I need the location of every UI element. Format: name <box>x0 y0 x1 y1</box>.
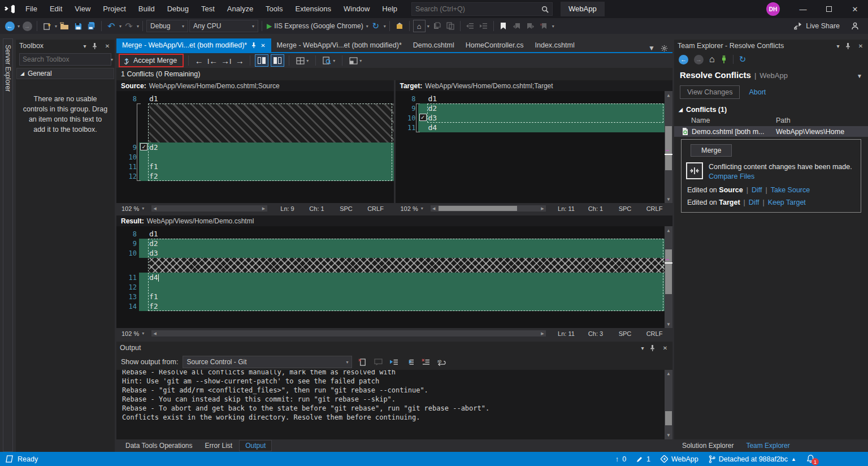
incoming-commits-indicator[interactable]: ↑ 0 <box>615 455 626 463</box>
collapse-triangle-icon[interactable]: ◢ <box>679 107 683 113</box>
scroll-down-icon[interactable]: ▼ <box>667 432 670 439</box>
menu-analyze[interactable]: Analyze <box>221 0 259 18</box>
take-source-link[interactable]: Take Source <box>771 186 810 194</box>
source-code-area[interactable]: 8d1 9d2 10 11f1 12f2 ✓ <box>116 91 394 203</box>
restore-button[interactable] <box>816 0 842 18</box>
redo-icon[interactable]: ↷ <box>123 20 135 32</box>
previous-bookmark-icon[interactable] <box>511 20 523 32</box>
message-icon[interactable] <box>372 356 384 368</box>
menu-tools[interactable]: Tools <box>259 0 289 18</box>
menu-project[interactable]: Project <box>97 0 132 18</box>
vertical-scrollbar[interactable]: ▲ ▼ <box>665 91 672 203</box>
navigate-back-icon[interactable]: ← <box>3 20 16 32</box>
repository-indicator[interactable]: WebApp <box>661 455 698 463</box>
home-icon[interactable]: ⌂ <box>709 54 715 64</box>
navigate-forward-icon[interactable]: → <box>21 20 33 32</box>
quick-search-input[interactable] <box>415 5 541 13</box>
background-tasks-icon[interactable] <box>6 455 13 463</box>
refresh-icon[interactable]: ↻ <box>370 20 382 32</box>
open-file-icon[interactable] <box>58 20 71 32</box>
view-changes-button[interactable]: View Changes <box>680 85 740 99</box>
conflict-row-demo-cshtml[interactable]: Demo.cshtml [both m... WebApp\Views\Home <box>674 126 868 137</box>
output-source-dropdown[interactable]: Source Control - Git▾ <box>183 356 352 368</box>
target-code-area[interactable]: 8d1 9d2 10d3 11d4 ✓ ▲ <box>396 91 673 203</box>
last-difference-icon[interactable]: →I <box>220 56 232 66</box>
close-icon[interactable]: ✕ <box>857 43 865 49</box>
chevron-down-icon[interactable]: ▼ <box>857 73 862 79</box>
notifications-indicator[interactable]: 1 <box>806 455 815 463</box>
horizontal-scrollbar[interactable]: ◀▶ <box>151 205 267 212</box>
result-code-area[interactable]: 8d1 9d2 10d3 11d4 12 13f1 14f2 ▲ <box>116 226 672 328</box>
take-source-checkbox[interactable]: ✓ <box>140 143 147 150</box>
spaces-indicator[interactable]: SPC <box>610 330 640 337</box>
clear-all-icon[interactable] <box>420 356 431 368</box>
compare-options-icon[interactable]: ▾ <box>320 55 337 66</box>
save-icon[interactable] <box>72 20 84 32</box>
user-avatar[interactable]: DH <box>766 2 780 16</box>
spaces-indicator[interactable]: SPC <box>332 205 361 212</box>
menu-window[interactable]: Window <box>337 0 376 18</box>
start-debug-icon[interactable]: ▶ <box>267 22 272 30</box>
toolbox-general-section[interactable]: ◢ General <box>16 68 114 79</box>
tab-error-list[interactable]: Error List <box>199 441 238 451</box>
scroll-up-icon[interactable]: ▲ <box>667 91 670 99</box>
tab-data-tools-operations[interactable]: Data Tools Operations <box>120 441 198 451</box>
quick-search[interactable] <box>411 2 553 16</box>
vertical-scrollbar[interactable]: ▲ ▼ <box>665 226 672 328</box>
feedback-icon[interactable] <box>851 22 859 30</box>
diff-target-link[interactable]: Diff <box>749 199 760 206</box>
line-ending-indicator[interactable]: CRLF <box>361 205 390 212</box>
tab-homecontroller-cs[interactable]: HomeController.cs <box>460 38 530 52</box>
chevron-down-icon[interactable]: ▾ <box>639 345 646 351</box>
zoom-dropdown[interactable]: 102 %▾ <box>120 330 146 337</box>
scroll-down-icon[interactable]: ▼ <box>667 320 670 328</box>
toolbox-search[interactable]: ▾ <box>19 53 111 66</box>
tab-solution-explorer[interactable]: Solution Explorer <box>676 441 739 451</box>
undo-icon[interactable]: ↶ <box>105 20 118 32</box>
pin-icon[interactable] <box>845 43 853 49</box>
toolbox-search-input[interactable] <box>23 55 110 63</box>
forward-icon[interactable]: → <box>694 55 704 64</box>
close-icon[interactable]: ✕ <box>103 43 111 49</box>
chevron-down-icon[interactable]: ▾ <box>81 43 89 49</box>
next-message-icon[interactable] <box>404 356 415 368</box>
vertical-scrollbar[interactable]: ▲ ▼ <box>665 370 672 439</box>
tab-output[interactable]: Output <box>239 440 272 451</box>
menu-help[interactable]: Help <box>376 0 403 18</box>
scroll-down-icon[interactable]: ▼ <box>667 195 670 203</box>
back-icon[interactable]: ← <box>679 55 688 64</box>
decrease-indent-icon[interactable] <box>464 20 476 32</box>
previous-difference-icon[interactable]: ← <box>193 56 205 66</box>
horizontal-scrollbar[interactable]: ◀▶ <box>431 205 546 212</box>
menu-view[interactable]: View <box>68 0 97 18</box>
accept-merge-button[interactable]: Accept Merge <box>119 54 184 67</box>
find-message-icon[interactable] <box>357 356 368 368</box>
layout-grid-icon[interactable]: ▾ <box>294 56 311 66</box>
live-share-icon[interactable] <box>794 22 802 30</box>
zoom-dropdown[interactable]: 102 %▾ <box>399 205 425 212</box>
abort-link[interactable]: Abort <box>749 88 766 96</box>
tab-merge-active[interactable]: Merge - WebApp/Vi...et (both modified)* … <box>116 38 271 52</box>
chevron-down-icon[interactable]: ▾ <box>834 43 842 49</box>
keep-target-checkbox[interactable]: ✓ <box>419 114 427 121</box>
scroll-up-icon[interactable]: ▲ <box>667 370 670 378</box>
menu-extensions[interactable]: Extensions <box>289 0 337 18</box>
next-bookmark-icon[interactable] <box>524 20 537 32</box>
tab-team-explorer[interactable]: Team Explorer <box>740 441 795 451</box>
line-ending-indicator[interactable]: CRLF <box>640 205 669 212</box>
horizontal-scrollbar[interactable]: ◀▶ <box>151 330 546 336</box>
two-way-view-toggle[interactable] <box>255 54 268 67</box>
connect-icon[interactable] <box>721 55 727 63</box>
tab-demo-cshtml[interactable]: Demo.cshtml <box>407 38 460 52</box>
menu-file[interactable]: File <box>19 0 44 18</box>
minimize-button[interactable]: — <box>790 0 816 18</box>
first-difference-icon[interactable]: I← <box>207 56 218 66</box>
attach-process-icon[interactable] <box>393 20 406 32</box>
toggle-bookmark-icon[interactable] <box>497 20 510 32</box>
spaces-indicator[interactable]: SPC <box>610 205 640 212</box>
menu-test[interactable]: Test <box>195 0 221 18</box>
tab-index-cshtml[interactable]: Index.cshtml <box>530 38 580 52</box>
copy-item-icon[interactable] <box>444 20 457 32</box>
branch-indicator[interactable]: Detached at 988af2bc ▲ <box>709 455 796 463</box>
menu-build[interactable]: Build <box>132 0 161 18</box>
